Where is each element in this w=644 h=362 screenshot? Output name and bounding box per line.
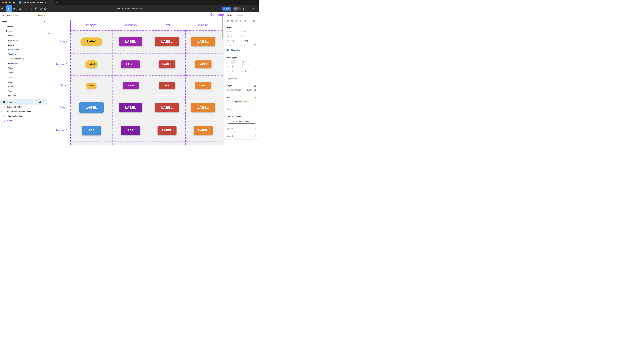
column-header-warning[interactable]: Warning	[190, 24, 216, 27]
canvas-button-r3-c1[interactable]: LABEL	[119, 103, 142, 112]
alignment-widget[interactable]	[242, 60, 252, 69]
canvas-button-r0-c2[interactable]: LABEL	[155, 37, 179, 46]
layer-row--menu-[interactable]: ▸◇<Menu>	[0, 118, 47, 123]
page-item-button[interactable]: ✓Button	[0, 43, 47, 47]
align-bottom-icon[interactable]	[248, 20, 250, 22]
close-window-button[interactable]	[2, 2, 4, 4]
page-item-forms[interactable]: Forms	[0, 70, 47, 75]
tab-layers[interactable]: Layers	[6, 15, 12, 17]
fill-styles-icon[interactable]	[251, 96, 253, 98]
add-effect-icon[interactable]: +	[255, 127, 256, 130]
page-item-stack[interactable]: Stack	[0, 89, 47, 93]
item-spacing-field[interactable]: ]|[0	[227, 65, 241, 67]
align-horizontal-center-icon[interactable]	[231, 20, 233, 22]
column-header-error[interactable]: Error	[154, 24, 180, 27]
canvas-button-r3-c3[interactable]: LABEL	[191, 103, 215, 112]
layer-row-button-full-width[interactable]: ▸#Button: full width	[0, 105, 47, 109]
canvas-button-r2-c2[interactable]: LABEL	[159, 82, 175, 89]
lock-open-icon[interactable]	[39, 101, 41, 103]
corner-radius-field[interactable]: ⌐0	[240, 44, 254, 46]
eye-icon[interactable]	[254, 89, 256, 91]
horizontal-layout-button[interactable]: →	[231, 60, 235, 64]
width-field[interactable]: W4541	[227, 35, 241, 37]
canvas-button-r0-c3[interactable]: LABEL	[191, 37, 215, 46]
move-tool-button[interactable]: ⌄	[6, 5, 12, 12]
x-position-field[interactable]: X0	[227, 31, 241, 33]
dev-mode-toggle[interactable]: </>	[234, 7, 241, 11]
canvas-button-r1-c3[interactable]: LABEL	[195, 60, 212, 68]
add-stroke-icon[interactable]: +	[255, 108, 256, 110]
resources-tool-button[interactable]	[34, 5, 38, 12]
row-label-medium[interactable]: Medium*	[47, 129, 67, 132]
row-label-large[interactable]: Large	[47, 106, 67, 109]
search-icon[interactable]	[2, 14, 4, 17]
close-tab-icon[interactable]: ✕	[50, 2, 52, 4]
pen-tool-button[interactable]: ⌄	[24, 5, 30, 12]
canvas-button-r0-c0[interactable]: Label	[81, 38, 102, 46]
page-item-checkbox[interactable]: Checkbox	[0, 52, 47, 57]
canvas-button-r1-c0[interactable]: Label	[86, 60, 98, 68]
add-page-icon[interactable]: +	[44, 20, 45, 23]
page-item-text-field[interactable]: Text Field	[0, 93, 47, 98]
canvas-button-r1-c1[interactable]: LABEL	[121, 60, 140, 68]
column-header-primary[interactable]: Primary*	[78, 24, 104, 27]
auto-layout-more-icon[interactable]: ⋯	[254, 61, 256, 63]
layer-row-button[interactable]: ▸Button	[0, 100, 47, 105]
show-selection-colors-button[interactable]: Show selection colors	[227, 119, 256, 123]
tab-design[interactable]: Design	[227, 14, 233, 16]
page-item-overview[interactable]: Overview	[0, 24, 47, 29]
canvas-button-r4-c3[interactable]: LABEL	[194, 126, 213, 135]
rotation-field[interactable]: ∟0°	[227, 44, 240, 46]
chevron-right-icon[interactable]: ▸	[1, 120, 3, 122]
row-label-medium[interactable]: Medium*	[47, 63, 67, 66]
page-item-radio-group[interactable]: Radio Group	[0, 61, 47, 66]
canvas[interactable]: ContainedPrimary*SecondaryErrorWarningLa…	[47, 12, 224, 145]
canvas-scrollbar[interactable]	[222, 15, 223, 39]
vertical-layout-button[interactable]: ↓	[227, 60, 231, 64]
remove-auto-layout-icon[interactable]: −	[255, 56, 256, 59]
canvas-button-r3-c2[interactable]: LABEL	[155, 103, 179, 112]
present-button[interactable]: ⌄	[243, 8, 247, 10]
shape-tool-button[interactable]: ⌄	[18, 5, 24, 12]
align-right-icon[interactable]	[235, 20, 238, 22]
horizontal-resizing-field[interactable]: ><Hug⌄	[227, 40, 241, 42]
canvas-button-r4-c1[interactable]: LABEL	[121, 126, 140, 135]
align-top-icon[interactable]	[240, 20, 242, 22]
main-menu-button[interactable]: ⌄	[0, 5, 6, 12]
align-left-icon[interactable]	[227, 20, 229, 22]
canvas-button-r4-c0[interactable]: LABEL	[82, 126, 101, 135]
y-position-field[interactable]: Y0	[241, 31, 255, 33]
page-item-floating-action-button[interactable]: Floating Action Button	[0, 57, 47, 61]
add-fill-icon[interactable]: +	[255, 96, 256, 99]
page-item-theme[interactable]: Theme	[0, 29, 47, 33]
blend-mode-icon[interactable]	[254, 85, 256, 87]
zoom-level-control[interactable]: 181% ⌄	[250, 8, 256, 10]
page-item-select[interactable]: Select	[0, 75, 47, 80]
layer-row-button-loading[interactable]: ▸#▶Button: loading	[0, 114, 47, 118]
canvas-button-r0-c1[interactable]: LABEL	[119, 37, 142, 46]
frame-title-label[interactable]: Frame	[227, 27, 232, 28]
vertical-resizing-field[interactable]: XHug⌄	[241, 40, 255, 42]
page-item-switch[interactable]: Switch	[0, 84, 47, 89]
hand-tool-button[interactable]	[38, 5, 43, 12]
canvas-button-r1-c2[interactable]: LABEL	[159, 60, 175, 68]
page-selector[interactable]: Button ∧	[38, 15, 45, 17]
chevron-right-icon[interactable]: ▸	[1, 111, 3, 112]
page-item-autocomplete[interactable]: Autocomplete	[0, 38, 47, 43]
fill-color-swatch[interactable]	[227, 100, 229, 103]
chevron-right-icon[interactable]: ▸	[1, 115, 3, 117]
tab-prototype[interactable]: Prototype	[236, 14, 244, 16]
wrap-layout-button[interactable]: ↩	[236, 60, 240, 64]
file-tab[interactable]: MUI for Figma - Material UI ✕	[17, 0, 54, 5]
add-layout-grid-icon[interactable]: +	[255, 77, 256, 80]
row-label-small[interactable]: Small	[47, 84, 67, 87]
page-item-button-group[interactable]: Button Group	[0, 47, 47, 52]
minimize-window-button[interactable]	[5, 2, 7, 4]
column-header-secondary[interactable]: Secondary	[118, 24, 144, 27]
row-label-large[interactable]: Large	[47, 40, 67, 43]
blend-mode-select[interactable]: Pass through ⌄	[230, 89, 242, 91]
align-vertical-center-icon[interactable]	[244, 20, 246, 22]
canvas-button-r3-c0[interactable]: LABEL	[79, 102, 104, 113]
vertical-padding-field[interactable]: 0	[240, 70, 254, 72]
page-item-inputs[interactable]: ↓Inputs	[0, 33, 47, 38]
